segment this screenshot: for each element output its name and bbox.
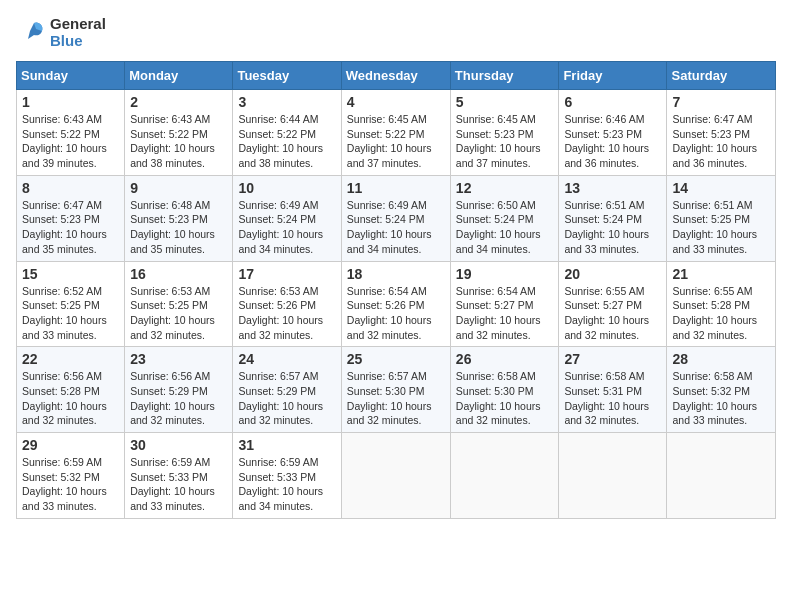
day-number: 20 [564,266,661,282]
calendar-day-15: 15Sunrise: 6:52 AMSunset: 5:25 PMDayligh… [17,261,125,347]
day-number: 6 [564,94,661,110]
logo-text-blue: Blue [50,33,106,50]
day-info: Sunrise: 6:49 AMSunset: 5:24 PMDaylight:… [347,199,432,255]
calendar-day-31: 31Sunrise: 6:59 AMSunset: 5:33 PMDayligh… [233,433,341,519]
calendar-day-23: 23Sunrise: 6:56 AMSunset: 5:29 PMDayligh… [125,347,233,433]
calendar-empty [341,433,450,519]
day-number: 7 [672,94,770,110]
day-info: Sunrise: 6:59 AMSunset: 5:32 PMDaylight:… [22,456,107,512]
day-number: 21 [672,266,770,282]
day-info: Sunrise: 6:57 AMSunset: 5:29 PMDaylight:… [238,370,323,426]
day-number: 8 [22,180,119,196]
day-number: 18 [347,266,445,282]
calendar-day-6: 6Sunrise: 6:46 AMSunset: 5:23 PMDaylight… [559,90,667,176]
day-info: Sunrise: 6:55 AMSunset: 5:28 PMDaylight:… [672,285,757,341]
calendar-day-16: 16Sunrise: 6:53 AMSunset: 5:25 PMDayligh… [125,261,233,347]
day-number: 9 [130,180,227,196]
day-number: 12 [456,180,554,196]
calendar-day-1: 1Sunrise: 6:43 AMSunset: 5:22 PMDaylight… [17,90,125,176]
day-info: Sunrise: 6:49 AMSunset: 5:24 PMDaylight:… [238,199,323,255]
day-info: Sunrise: 6:58 AMSunset: 5:32 PMDaylight:… [672,370,757,426]
day-info: Sunrise: 6:45 AMSunset: 5:23 PMDaylight:… [456,113,541,169]
day-info: Sunrise: 6:59 AMSunset: 5:33 PMDaylight:… [238,456,323,512]
calendar-empty [450,433,559,519]
day-info: Sunrise: 6:57 AMSunset: 5:30 PMDaylight:… [347,370,432,426]
calendar-day-25: 25Sunrise: 6:57 AMSunset: 5:30 PMDayligh… [341,347,450,433]
calendar-day-19: 19Sunrise: 6:54 AMSunset: 5:27 PMDayligh… [450,261,559,347]
day-info: Sunrise: 6:59 AMSunset: 5:33 PMDaylight:… [130,456,215,512]
calendar-day-21: 21Sunrise: 6:55 AMSunset: 5:28 PMDayligh… [667,261,776,347]
calendar-day-14: 14Sunrise: 6:51 AMSunset: 5:25 PMDayligh… [667,175,776,261]
calendar-empty [667,433,776,519]
day-number: 28 [672,351,770,367]
day-info: Sunrise: 6:58 AMSunset: 5:31 PMDaylight:… [564,370,649,426]
calendar-day-12: 12Sunrise: 6:50 AMSunset: 5:24 PMDayligh… [450,175,559,261]
day-number: 15 [22,266,119,282]
day-info: Sunrise: 6:56 AMSunset: 5:28 PMDaylight:… [22,370,107,426]
day-number: 11 [347,180,445,196]
calendar-header-sunday: Sunday [17,62,125,90]
calendar-empty [559,433,667,519]
day-info: Sunrise: 6:56 AMSunset: 5:29 PMDaylight:… [130,370,215,426]
day-info: Sunrise: 6:51 AMSunset: 5:25 PMDaylight:… [672,199,757,255]
calendar-day-2: 2Sunrise: 6:43 AMSunset: 5:22 PMDaylight… [125,90,233,176]
calendar-header-monday: Monday [125,62,233,90]
day-info: Sunrise: 6:53 AMSunset: 5:26 PMDaylight:… [238,285,323,341]
day-info: Sunrise: 6:50 AMSunset: 5:24 PMDaylight:… [456,199,541,255]
day-number: 14 [672,180,770,196]
day-info: Sunrise: 6:45 AMSunset: 5:22 PMDaylight:… [347,113,432,169]
day-number: 26 [456,351,554,367]
calendar-day-17: 17Sunrise: 6:53 AMSunset: 5:26 PMDayligh… [233,261,341,347]
calendar-day-26: 26Sunrise: 6:58 AMSunset: 5:30 PMDayligh… [450,347,559,433]
calendar-day-27: 27Sunrise: 6:58 AMSunset: 5:31 PMDayligh… [559,347,667,433]
day-info: Sunrise: 6:48 AMSunset: 5:23 PMDaylight:… [130,199,215,255]
calendar-day-24: 24Sunrise: 6:57 AMSunset: 5:29 PMDayligh… [233,347,341,433]
calendar-day-7: 7Sunrise: 6:47 AMSunset: 5:23 PMDaylight… [667,90,776,176]
calendar-week-4: 22Sunrise: 6:56 AMSunset: 5:28 PMDayligh… [17,347,776,433]
day-info: Sunrise: 6:54 AMSunset: 5:27 PMDaylight:… [456,285,541,341]
calendar-day-10: 10Sunrise: 6:49 AMSunset: 5:24 PMDayligh… [233,175,341,261]
day-number: 25 [347,351,445,367]
calendar-header-thursday: Thursday [450,62,559,90]
calendar-day-8: 8Sunrise: 6:47 AMSunset: 5:23 PMDaylight… [17,175,125,261]
day-number: 4 [347,94,445,110]
day-info: Sunrise: 6:46 AMSunset: 5:23 PMDaylight:… [564,113,649,169]
logo-text-general: General [50,16,106,33]
calendar-day-13: 13Sunrise: 6:51 AMSunset: 5:24 PMDayligh… [559,175,667,261]
day-number: 5 [456,94,554,110]
day-number: 16 [130,266,227,282]
day-number: 1 [22,94,119,110]
calendar-header-saturday: Saturday [667,62,776,90]
day-number: 31 [238,437,335,453]
calendar-day-4: 4Sunrise: 6:45 AMSunset: 5:22 PMDaylight… [341,90,450,176]
calendar-header-friday: Friday [559,62,667,90]
calendar-day-30: 30Sunrise: 6:59 AMSunset: 5:33 PMDayligh… [125,433,233,519]
day-info: Sunrise: 6:51 AMSunset: 5:24 PMDaylight:… [564,199,649,255]
day-number: 13 [564,180,661,196]
day-info: Sunrise: 6:47 AMSunset: 5:23 PMDaylight:… [22,199,107,255]
day-info: Sunrise: 6:43 AMSunset: 5:22 PMDaylight:… [22,113,107,169]
calendar-week-1: 1Sunrise: 6:43 AMSunset: 5:22 PMDaylight… [17,90,776,176]
day-info: Sunrise: 6:52 AMSunset: 5:25 PMDaylight:… [22,285,107,341]
page-header: General Blue [16,16,776,49]
calendar-day-3: 3Sunrise: 6:44 AMSunset: 5:22 PMDaylight… [233,90,341,176]
day-number: 10 [238,180,335,196]
logo-bird-icon [16,17,48,49]
calendar-week-5: 29Sunrise: 6:59 AMSunset: 5:32 PMDayligh… [17,433,776,519]
calendar-header-tuesday: Tuesday [233,62,341,90]
day-number: 24 [238,351,335,367]
calendar-day-5: 5Sunrise: 6:45 AMSunset: 5:23 PMDaylight… [450,90,559,176]
day-number: 23 [130,351,227,367]
day-info: Sunrise: 6:58 AMSunset: 5:30 PMDaylight:… [456,370,541,426]
day-info: Sunrise: 6:55 AMSunset: 5:27 PMDaylight:… [564,285,649,341]
day-number: 19 [456,266,554,282]
calendar-day-29: 29Sunrise: 6:59 AMSunset: 5:32 PMDayligh… [17,433,125,519]
day-number: 30 [130,437,227,453]
calendar-week-2: 8Sunrise: 6:47 AMSunset: 5:23 PMDaylight… [17,175,776,261]
calendar-day-18: 18Sunrise: 6:54 AMSunset: 5:26 PMDayligh… [341,261,450,347]
calendar-day-20: 20Sunrise: 6:55 AMSunset: 5:27 PMDayligh… [559,261,667,347]
calendar-day-9: 9Sunrise: 6:48 AMSunset: 5:23 PMDaylight… [125,175,233,261]
day-number: 22 [22,351,119,367]
day-info: Sunrise: 6:44 AMSunset: 5:22 PMDaylight:… [238,113,323,169]
calendar-day-22: 22Sunrise: 6:56 AMSunset: 5:28 PMDayligh… [17,347,125,433]
